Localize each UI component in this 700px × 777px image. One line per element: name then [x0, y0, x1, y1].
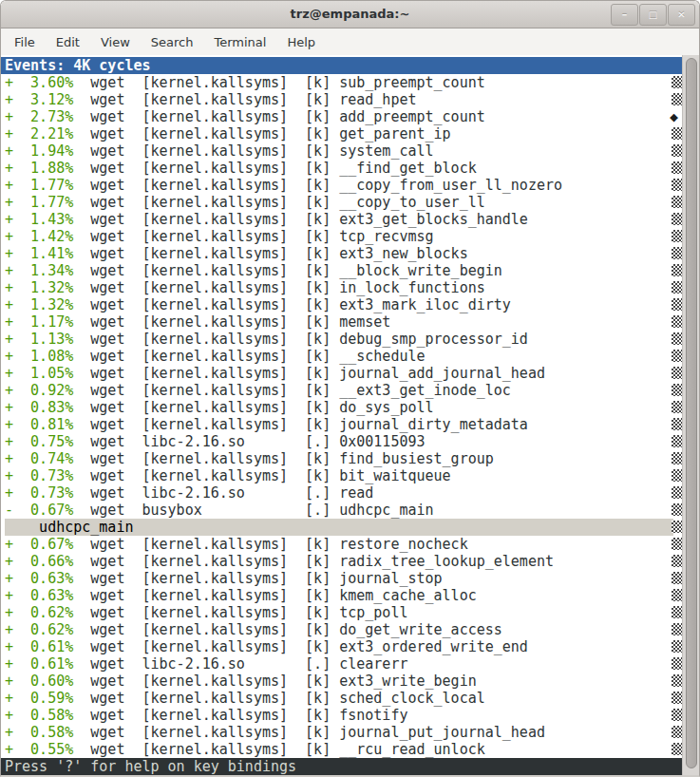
- overhead-percent: + 0.73%: [5, 467, 73, 484]
- perf-row[interactable]: + 1.08% wget [kernel.kallsyms] [k] __sch…: [1, 348, 682, 365]
- overhead-percent: + 1.08%: [5, 348, 73, 365]
- row-detail: wget [kernel.kallsyms] [k] system_call: [73, 142, 433, 160]
- overhead-percent: + 1.05%: [5, 365, 73, 382]
- perf-row[interactable]: + 0.59% wget [kernel.kallsyms] [k] sched…: [1, 690, 682, 707]
- perf-row[interactable]: + 0.55% wget [kernel.kallsyms] [k] __rcu…: [1, 741, 682, 758]
- perf-row[interactable]: + 1.43% wget [kernel.kallsyms] [k] ext3_…: [1, 211, 682, 228]
- menu-item-file[interactable]: File: [7, 31, 43, 53]
- status-bar: Press '?' for help on key bindings: [1, 758, 682, 775]
- titlebar[interactable]: trz@empanada:~ – □ ✕: [1, 1, 699, 28]
- menu-item-edit[interactable]: Edit: [48, 31, 87, 53]
- row-detail: wget [kernel.kallsyms] [k] memset: [73, 313, 390, 331]
- scrollbar[interactable]: [682, 55, 699, 775]
- perf-row[interactable]: + 3.60% wget [kernel.kallsyms] [k] sub_p…: [1, 74, 682, 91]
- perf-row[interactable]: + 1.42% wget [kernel.kallsyms] [k] tcp_r…: [1, 228, 682, 245]
- scroll-position-diamond-icon: ◆: [670, 108, 682, 125]
- minimize-button[interactable]: –: [611, 4, 638, 26]
- scrollbar-thumb[interactable]: [686, 58, 697, 768]
- perf-row[interactable]: + 0.63% wget [kernel.kallsyms] [k] journ…: [1, 570, 682, 587]
- row-detail: wget [kernel.kallsyms] [k] __block_write…: [73, 262, 502, 279]
- perf-callchain-row[interactable]: udhcpc_main: [1, 519, 682, 536]
- perf-row[interactable]: + 0.81% wget [kernel.kallsyms] [k] journ…: [1, 416, 682, 433]
- overhead-percent: + 0.63%: [5, 587, 73, 604]
- close-button[interactable]: ✕: [668, 4, 695, 26]
- perf-row[interactable]: + 1.77% wget [kernel.kallsyms] [k] __cop…: [1, 177, 682, 194]
- menu-item-view[interactable]: View: [93, 31, 138, 53]
- perf-row[interactable]: + 1.17% wget [kernel.kallsyms] [k] memse…: [1, 313, 682, 331]
- perf-row[interactable]: + 1.32% wget [kernel.kallsyms] [k] ext3_…: [1, 296, 682, 313]
- checkerboard-scroll-icon: [672, 213, 682, 225]
- overhead-percent: + 1.94%: [5, 142, 73, 160]
- perf-row[interactable]: + 1.88% wget [kernel.kallsyms] [k] __fin…: [1, 160, 682, 177]
- row-detail: wget [kernel.kallsyms] [k] kmem_cache_al…: [73, 587, 476, 604]
- checkerboard-scroll-icon: [672, 589, 682, 601]
- overhead-percent: + 1.42%: [5, 228, 73, 245]
- perf-row[interactable]: + 0.73% wget libc-2.16.so [.] read: [1, 484, 682, 502]
- window-title: trz@empanada:~: [1, 7, 699, 21]
- perf-row[interactable]: + 1.13% wget [kernel.kallsyms] [k] debug…: [1, 331, 682, 348]
- perf-row[interactable]: + 0.61% wget [kernel.kallsyms] [k] ext3_…: [1, 638, 682, 655]
- checkerboard-scroll-icon: [672, 93, 682, 105]
- perf-row[interactable]: + 0.75% wget libc-2.16.so [.] 0x00115093: [1, 433, 682, 450]
- overhead-percent: + 0.61%: [5, 655, 73, 673]
- checkerboard-scroll-icon: [672, 418, 682, 430]
- checkerboard-scroll-icon: [672, 640, 682, 653]
- row-detail: wget [kernel.kallsyms] [k] __copy_to_use…: [73, 194, 484, 211]
- perf-row[interactable]: + 1.77% wget [kernel.kallsyms] [k] __cop…: [1, 194, 682, 211]
- perf-row[interactable]: + 0.62% wget [kernel.kallsyms] [k] tcp_p…: [1, 604, 682, 621]
- perf-row[interactable]: + 0.61% wget libc-2.16.so [.] clearerr: [1, 655, 682, 673]
- perf-row[interactable]: + 0.66% wget [kernel.kallsyms] [k] radix…: [1, 553, 682, 570]
- overhead-percent: + 0.62%: [5, 604, 73, 621]
- perf-row[interactable]: + 1.32% wget [kernel.kallsyms] [k] in_lo…: [1, 279, 682, 296]
- checkerboard-scroll-icon: [672, 486, 682, 499]
- perf-row[interactable]: - 0.67% wget busybox [.] udhcpc_main: [1, 502, 682, 519]
- perf-row[interactable]: + 0.67% wget [kernel.kallsyms] [k] resto…: [1, 536, 682, 553]
- checkerboard-scroll-icon: [672, 350, 682, 362]
- overhead-percent: + 3.12%: [5, 91, 73, 108]
- perf-row[interactable]: + 0.92% wget [kernel.kallsyms] [k] __ext…: [1, 382, 682, 399]
- perf-row[interactable]: + 1.94% wget [kernel.kallsyms] [k] syste…: [1, 142, 682, 160]
- terminal-screen: Events: 4K cycles + 3.60% wget [kernel.k…: [1, 55, 699, 775]
- overhead-percent: + 0.59%: [5, 690, 73, 707]
- row-detail: wget [kernel.kallsyms] [k] __schedule: [73, 348, 425, 365]
- row-detail: wget [kernel.kallsyms] [k] restore_noche…: [73, 536, 467, 553]
- perf-row[interactable]: + 0.62% wget [kernel.kallsyms] [k] do_ge…: [1, 621, 682, 638]
- checkerboard-scroll-icon: [672, 503, 682, 516]
- perf-row[interactable]: + 0.73% wget [kernel.kallsyms] [k] bit_w…: [1, 467, 682, 484]
- menu-item-terminal[interactable]: Terminal: [206, 31, 274, 53]
- overhead-percent: + 1.32%: [5, 279, 73, 296]
- overhead-percent: + 0.63%: [5, 570, 73, 587]
- maximize-button[interactable]: □: [639, 4, 667, 26]
- perf-row[interactable]: + 0.63% wget [kernel.kallsyms] [k] kmem_…: [1, 587, 682, 604]
- checkerboard-scroll-icon: [672, 161, 682, 174]
- row-detail: wget libc-2.16.so [.] 0x00115093: [73, 433, 425, 450]
- row-detail: wget [kernel.kallsyms] [k] read_hpet: [73, 91, 416, 108]
- row-detail: wget [kernel.kallsyms] [k] __find_get_bl…: [73, 160, 476, 177]
- perf-row[interactable]: + 2.73% wget [kernel.kallsyms] [k] add_p…: [1, 108, 682, 125]
- overhead-percent: + 2.21%: [5, 125, 73, 142]
- perf-row[interactable]: + 2.21% wget [kernel.kallsyms] [k] get_p…: [1, 125, 682, 142]
- perf-row[interactable]: + 0.58% wget [kernel.kallsyms] [k] fsnot…: [1, 707, 682, 724]
- perf-row[interactable]: + 0.74% wget [kernel.kallsyms] [k] find_…: [1, 450, 682, 467]
- selected-callchain-entry: udhcpc_main: [5, 519, 673, 536]
- overhead-percent: + 0.55%: [5, 741, 73, 758]
- perf-events-header: Events: 4K cycles: [1, 57, 682, 74]
- perf-row[interactable]: + 3.12% wget [kernel.kallsyms] [k] read_…: [1, 91, 682, 108]
- overhead-percent: + 0.75%: [5, 433, 73, 450]
- row-detail: wget [kernel.kallsyms] [k] ext3_get_bloc…: [73, 211, 528, 228]
- perf-row[interactable]: + 0.58% wget [kernel.kallsyms] [k] journ…: [1, 724, 682, 741]
- perf-row[interactable]: + 0.60% wget [kernel.kallsyms] [k] ext3_…: [1, 673, 682, 690]
- row-detail: wget [kernel.kallsyms] [k] add_preempt_c…: [73, 108, 484, 125]
- checkerboard-scroll-icon: [672, 332, 682, 345]
- perf-row[interactable]: + 1.05% wget [kernel.kallsyms] [k] journ…: [1, 365, 682, 382]
- row-detail: wget [kernel.kallsyms] [k] do_get_write_…: [73, 621, 502, 638]
- menu-item-search[interactable]: Search: [143, 31, 201, 53]
- row-detail: wget [kernel.kallsyms] [k] find_busiest_…: [73, 450, 494, 467]
- perf-row[interactable]: + 0.83% wget [kernel.kallsyms] [k] do_sy…: [1, 399, 682, 416]
- overhead-percent: + 2.73%: [5, 108, 73, 125]
- perf-row[interactable]: + 1.41% wget [kernel.kallsyms] [k] ext3_…: [1, 245, 682, 262]
- checkerboard-scroll-icon: [672, 452, 682, 464]
- perf-row[interactable]: + 1.34% wget [kernel.kallsyms] [k] __blo…: [1, 262, 682, 279]
- menu-item-help[interactable]: Help: [279, 31, 323, 53]
- row-detail: wget [kernel.kallsyms] [k] radix_tree_lo…: [73, 553, 554, 570]
